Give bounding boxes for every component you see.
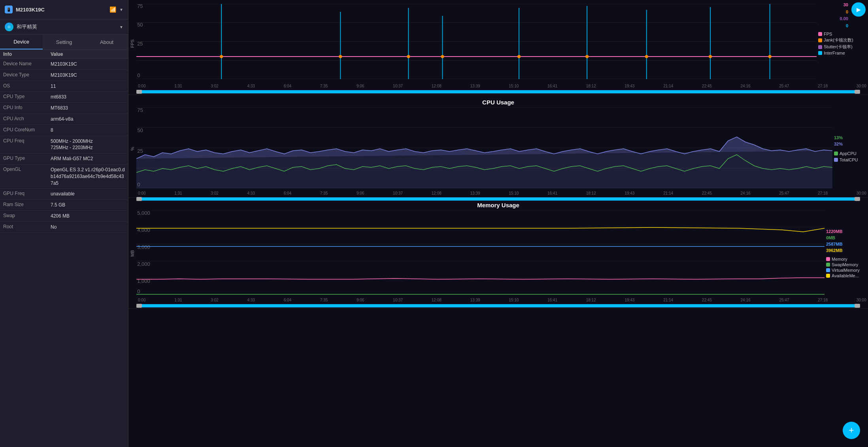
svg-point-24 <box>645 55 648 58</box>
tab-device[interactable]: Device <box>0 35 43 49</box>
device-name: M2103K19C <box>16 7 106 13</box>
app-name: 和平精英 <box>17 23 116 30</box>
tab-setting[interactable]: Setting <box>43 35 85 49</box>
svg-text:0: 0 <box>137 289 140 294</box>
info-table-header: Info Value <box>0 50 128 59</box>
cpu-chart-area: % 75 50 25 0 <box>128 107 868 190</box>
wifi-icon: 📶 <box>109 6 116 13</box>
svg-text:50: 50 <box>137 22 143 27</box>
device-icon: 📱 <box>5 6 13 13</box>
swap-value: 0MB <box>826 235 866 240</box>
tab-about[interactable]: About <box>85 35 128 49</box>
memory-value: 1220MB <box>826 229 866 234</box>
play-button[interactable]: ▶ <box>851 2 866 17</box>
info-row: GPU Frequnavailable <box>0 189 128 200</box>
fps-canvas: 75 50 25 0 <box>136 4 817 83</box>
info-row: GPU TypeARM Mali-G57 MC2 <box>0 153 128 165</box>
svg-point-23 <box>585 55 589 58</box>
cpu-right-values: 13% 32% AppCPU TotalCPU <box>832 107 868 190</box>
virtual-value: 2587MB <box>826 242 866 246</box>
fps-top-values: 30 0 0.00 0 <box>840 2 848 29</box>
total-cpu-value: 32% <box>834 142 866 146</box>
svg-text:50: 50 <box>137 128 143 133</box>
cpu-chart-section: CPU Usage % 75 50 25 0 <box>128 95 868 198</box>
info-row: Device TypeM2103K19C <box>0 70 128 81</box>
svg-point-19 <box>339 55 342 58</box>
svg-point-21 <box>441 55 444 58</box>
sidebar: 📱 M2103K19C 📶 ▼ ⊙ 和平精英 ▼ Device Setting … <box>0 0 128 447</box>
svg-text:75: 75 <box>137 4 143 9</box>
info-row: RootNo <box>0 222 128 233</box>
app-header[interactable]: ⊙ 和平精英 ▼ <box>0 19 128 35</box>
available-value: 3962MB <box>826 248 866 253</box>
svg-point-22 <box>517 55 521 58</box>
tab-bar: Device Setting About <box>0 35 128 50</box>
col-header-value: Value <box>51 51 125 57</box>
fps-chart-section: 30 0 0.00 0 ▶ FPS 75 50 <box>128 0 868 95</box>
info-row: CPU CoreNum8 <box>0 125 128 136</box>
stutter-value: 0.00 <box>840 15 848 23</box>
info-row: Ram Size7.5 GB <box>0 200 128 211</box>
svg-point-25 <box>709 55 712 58</box>
svg-text:25: 25 <box>137 149 143 154</box>
svg-point-26 <box>768 55 772 58</box>
info-table: Info Value Device NameM2103K19CDevice Ty… <box>0 50 128 447</box>
info-row: CPU Freq500MHz - 2000MHz725MHz - 2203MHz <box>0 136 128 154</box>
cpu-x-labels: 0:001:313:024:336:047:359:0610:3712:0813… <box>136 190 868 196</box>
memory-chart-section: Memory Usage MB 5,000 4,000 3,000 2,000 <box>128 198 868 309</box>
info-row: OS11 <box>0 81 128 92</box>
svg-point-18 <box>220 55 223 58</box>
fps-scrollbar[interactable] <box>136 90 860 94</box>
svg-text:75: 75 <box>137 108 143 113</box>
svg-text:2,000: 2,000 <box>137 261 150 267</box>
memory-scrollbar[interactable] <box>136 304 860 308</box>
jank-value: 0 <box>840 9 848 16</box>
main-content: 30 0 0.00 0 ▶ FPS 75 50 <box>128 0 868 447</box>
fps-y-label: FPS <box>128 4 136 83</box>
memory-chart-area: MB 5,000 4,000 3,000 2,000 1,000 0 <box>128 210 868 297</box>
device-dropdown-arrow[interactable]: ▼ <box>119 8 123 12</box>
memory-chart-title: Memory Usage <box>128 202 868 208</box>
cpu-y-label: % <box>128 107 136 190</box>
app-cpu-value: 13% <box>834 135 866 140</box>
fps-value: 30 <box>840 2 848 9</box>
memory-y-label: MB <box>128 210 136 297</box>
info-row: CPU Archarm64-v8a <box>0 114 128 125</box>
memory-right-values: 1220MB 0MB 2587MB 3962MB Memory SwapMemo… <box>825 210 868 297</box>
svg-point-20 <box>407 55 410 58</box>
svg-text:25: 25 <box>137 41 143 46</box>
device-header[interactable]: 📱 M2103K19C 📶 ▼ <box>0 0 128 19</box>
cpu-chart-title: CPU Usage <box>128 99 868 106</box>
info-row: CPU Typemt6833 <box>0 92 128 103</box>
svg-text:3,000: 3,000 <box>137 244 150 250</box>
col-header-info: Info <box>3 51 51 57</box>
info-row: Device NameM2103K19C <box>0 59 128 70</box>
fps-chart-area: FPS 75 50 25 0 <box>128 4 868 83</box>
app-dropdown-arrow[interactable]: ▼ <box>119 25 123 29</box>
memory-canvas: 5,000 4,000 3,000 2,000 1,000 0 <box>136 210 825 297</box>
svg-text:0: 0 <box>137 73 140 78</box>
info-row: CPU InfoMT6833 <box>0 103 128 114</box>
app-icon: ⊙ <box>5 23 13 31</box>
memory-x-labels: 0:001:313:024:336:047:359:0610:3712:0813… <box>136 297 868 303</box>
info-row: OpenGLOpenGL ES 3.2 v1.r26p0-01eac0.db14… <box>0 165 128 189</box>
fps-x-labels: 0:001:313:024:336:047:359:0610:3712:0813… <box>136 83 868 89</box>
cpu-canvas: 75 50 25 0 <box>136 107 832 190</box>
svg-text:5,000: 5,000 <box>137 210 150 216</box>
plus-button[interactable]: + <box>843 422 860 439</box>
info-row: Swap4206 MB <box>0 211 128 222</box>
interframe-value: 0 <box>840 23 848 30</box>
